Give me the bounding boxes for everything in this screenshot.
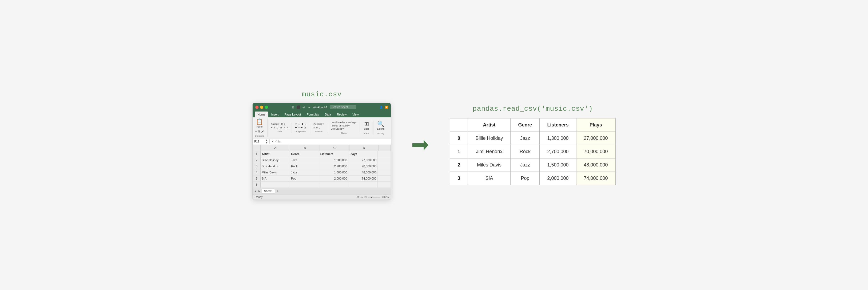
- underline-button[interactable]: U: [276, 126, 278, 129]
- align-bottom-button[interactable]: ⬇: [302, 123, 304, 125]
- excel-cell[interactable]: 1,500,000: [319, 169, 349, 175]
- align-middle-button[interactable]: ☰: [298, 123, 300, 125]
- formula-input[interactable]: [282, 140, 390, 143]
- col-header-b[interactable]: B: [290, 145, 320, 151]
- col-header-e[interactable]: [379, 145, 391, 151]
- ribbon-group-paste: 📋 Paste ✂ ⎘ 🖌 Clipboard: [255, 119, 268, 137]
- formula-cancel-icon[interactable]: ✕: [271, 140, 274, 143]
- excel-cell[interactable]: Artist: [260, 151, 290, 157]
- currency-button[interactable]: $: [313, 126, 315, 129]
- excel-cell[interactable]: Listeners: [319, 151, 349, 157]
- align-left-button[interactable]: ⬅: [295, 126, 297, 129]
- tab-formulas[interactable]: Formulas: [304, 111, 322, 118]
- excel-cell: [378, 151, 391, 157]
- excel-cell[interactable]: 48,000,000: [348, 169, 378, 175]
- align-right-button[interactable]: ➡: [301, 126, 303, 129]
- tab-review[interactable]: Review: [334, 111, 349, 118]
- percent-button[interactable]: %: [316, 126, 318, 129]
- excel-cell[interactable]: Rock: [290, 163, 319, 169]
- align-top-button[interactable]: ⬆: [295, 123, 297, 125]
- excel-cell[interactable]: [348, 182, 378, 188]
- excel-cell[interactable]: 2,000,000: [319, 175, 349, 182]
- formula-confirm-icon[interactable]: ✓: [275, 140, 277, 143]
- collapse-icon[interactable]: 🔽: [385, 106, 388, 108]
- close-button[interactable]: [255, 106, 258, 109]
- editing-button[interactable]: 🔍 Editing: [377, 121, 385, 131]
- italic-button[interactable]: I: [274, 126, 275, 129]
- tab-insert[interactable]: Insert: [269, 111, 281, 118]
- col-header-d[interactable]: D: [349, 145, 379, 151]
- excel-cell[interactable]: Genre: [290, 151, 319, 157]
- tab-view[interactable]: View: [350, 111, 362, 118]
- wrap-text-button[interactable]: ↵: [305, 123, 307, 125]
- bold-button[interactable]: B: [271, 126, 273, 129]
- copy-icon[interactable]: ⎘: [258, 130, 260, 133]
- table-row: 4 Miles Davis Jazz 1,500,000 48,000,000: [253, 169, 391, 175]
- excel-cell[interactable]: Pop: [290, 175, 319, 182]
- alignment-label: Alignment: [296, 130, 306, 133]
- border-button[interactable]: ⊞: [280, 126, 282, 129]
- font-color-button[interactable]: A: [287, 126, 288, 129]
- table-row: 1 Artist Genre Listeners Plays: [253, 151, 391, 157]
- excel-search-input[interactable]: [330, 105, 356, 109]
- df-col-genre-header: Genre: [510, 119, 539, 132]
- excel-cell[interactable]: 1,300,000: [319, 157, 349, 163]
- df-cell-plays: 70,000,000: [576, 145, 615, 159]
- cell-styles-button[interactable]: Cell Styles ▾: [331, 128, 356, 130]
- pandas-code-label: pandas.read_csv('music.csv'): [473, 105, 593, 113]
- excel-cell[interactable]: 2,700,000: [319, 163, 349, 169]
- zoom-slider[interactable]: —●———: [368, 196, 380, 198]
- sheet-nav-next[interactable]: ▶: [258, 189, 261, 193]
- df-cell-genre: Pop: [510, 172, 539, 185]
- paste-button[interactable]: 📋 Paste: [255, 119, 264, 129]
- excel-cell[interactable]: [260, 182, 290, 188]
- excel-cell[interactable]: [319, 182, 349, 188]
- merge-cells-button[interactable]: ⊡: [304, 126, 306, 129]
- excel-cell[interactable]: Jazz: [290, 169, 319, 175]
- excel-cell[interactable]: Jazz: [290, 157, 319, 163]
- view-normal-icon[interactable]: ⊞: [356, 196, 359, 198]
- font-name-dropdown[interactable]: Calibri ▾: [271, 123, 280, 125]
- insert-function-icon[interactable]: fx: [278, 140, 281, 143]
- cell-ref-expand-icon[interactable]: ▲▼: [266, 139, 268, 144]
- excel-cell[interactable]: Miles Davis: [260, 169, 290, 175]
- cut-icon[interactable]: ✂: [255, 130, 257, 133]
- profile-icon[interactable]: 👤: [380, 106, 383, 108]
- arrow-container: [412, 140, 428, 151]
- dataframe-table: Artist Genre Listeners Plays 0 Billie Ho…: [450, 118, 615, 185]
- format-painter-icon[interactable]: 🖌: [261, 130, 264, 133]
- number-format-dropdown[interactable]: General ▾: [313, 123, 324, 125]
- comma-button[interactable]: ,: [319, 126, 320, 129]
- font-size-dropdown[interactable]: 11 ▾: [281, 123, 285, 125]
- sheet-nav-prev[interactable]: ◀: [254, 189, 257, 193]
- select-all-corner[interactable]: [253, 145, 260, 151]
- excel-cell[interactable]: Billie Holiday: [260, 157, 290, 163]
- view-layout-icon[interactable]: ▭: [361, 196, 363, 198]
- excel-cell[interactable]: Jimi Hendrix: [260, 163, 290, 169]
- tab-page-layout[interactable]: Page Layout: [282, 111, 304, 118]
- minimize-button[interactable]: [260, 106, 263, 109]
- add-sheet-button[interactable]: +: [276, 189, 280, 193]
- excel-ribbon-content: 📋 Paste ✂ ⎘ 🖌 Clipboard Calibri ▾: [253, 118, 391, 138]
- tab-data[interactable]: Data: [322, 111, 334, 118]
- sheet-tab-1[interactable]: Sheet1: [262, 189, 275, 193]
- align-center-button[interactable]: ≡: [298, 126, 300, 129]
- excel-cell[interactable]: SIA: [260, 175, 290, 182]
- excel-cell[interactable]: 27,000,000: [348, 157, 378, 163]
- row-number: 6: [253, 182, 260, 188]
- col-header-a[interactable]: A: [260, 145, 290, 151]
- excel-cell[interactable]: Plays: [348, 151, 378, 157]
- excel-cell[interactable]: 74,000,000: [348, 175, 378, 182]
- excel-cell[interactable]: [290, 182, 319, 188]
- fill-color-button[interactable]: A: [284, 126, 285, 129]
- format-as-table-button[interactable]: Format as Table ▾: [331, 124, 356, 127]
- row-number: 3: [253, 163, 260, 169]
- df-cell-genre: Rock: [510, 145, 539, 159]
- conditional-formatting-button[interactable]: Conditional Formatting ▾: [331, 121, 356, 124]
- cells-button[interactable]: ⊞ Cells: [363, 121, 370, 131]
- maximize-button[interactable]: [265, 106, 268, 109]
- excel-cell[interactable]: 70,000,000: [348, 163, 378, 169]
- view-page-break-icon[interactable]: ⊡: [364, 196, 367, 198]
- col-header-c[interactable]: C: [320, 145, 349, 151]
- tab-home[interactable]: Home: [255, 111, 268, 118]
